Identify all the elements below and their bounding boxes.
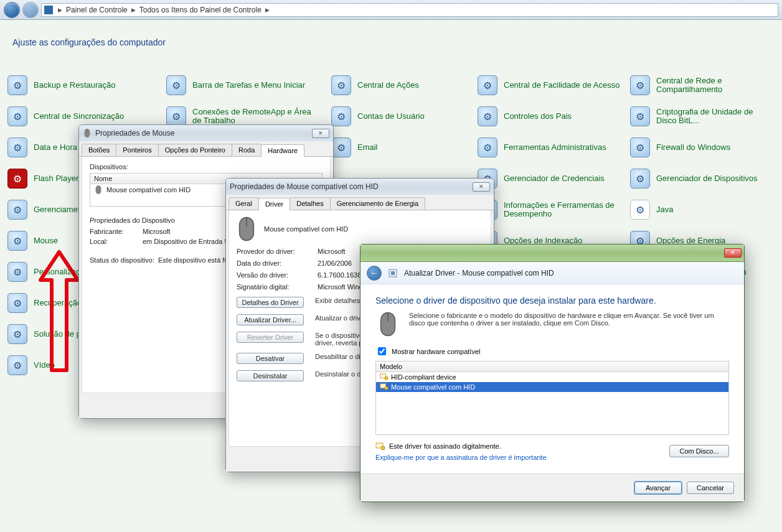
control-panel-item[interactable]: ⚙Email xyxy=(331,137,425,158)
show-compatible-checkbox[interactable] xyxy=(378,347,386,355)
devices-label: Dispositivos: xyxy=(90,163,323,170)
control-panel-item-label: Mouse xyxy=(34,236,58,245)
uninstall-driver-button[interactable]: Desinstalar xyxy=(237,370,304,381)
control-panel-item[interactable]: ⚙Java xyxy=(630,199,775,220)
control-panel-item-label: Firewall do Windows xyxy=(656,143,730,152)
model-name: HID-compliant device xyxy=(391,373,456,381)
control-panel-item-label: Central de Rede e Compartilhamento xyxy=(656,77,775,95)
wizard-intro-text: Selecione o fabricante e o modelo do dis… xyxy=(409,312,729,337)
model-row[interactable]: Mouse compatível com HID xyxy=(376,382,728,392)
tab[interactable]: Botões xyxy=(82,144,116,156)
dialog-titlebar[interactable]: Propriedades de Mouse compatível com HID… xyxy=(226,179,494,195)
explorer-address-bar: ▶ Painel de Controle ▶ Todos os Itens do… xyxy=(0,0,782,20)
tab[interactable]: Gerenciamento de Energia xyxy=(330,197,425,210)
dialog-titlebar[interactable]: ✕ xyxy=(360,245,744,262)
control-panel-item[interactable]: ⚙Firewall do Windows xyxy=(630,137,775,158)
tab[interactable]: Opções do Ponteiro xyxy=(158,144,232,156)
kv-value: 21/06/2006 xyxy=(318,259,352,267)
signed-driver-icon xyxy=(380,373,389,381)
tab[interactable]: Roda xyxy=(232,144,261,156)
tab[interactable]: Ponteiros xyxy=(116,144,158,156)
next-button[interactable]: Avançar xyxy=(634,482,682,494)
control-panel-item[interactable]: ⚙Central de Sincronização xyxy=(7,106,124,127)
wizard-heading: Selecione o driver de dispositivo que de… xyxy=(375,296,729,306)
update-driver-button[interactable]: Atualizar Driver... xyxy=(237,314,304,325)
control-panel-item[interactable]: ⚙Informações e Ferramentas de Desempenho xyxy=(478,199,624,220)
model-list[interactable]: Modelo HID-compliant deviceMouse compatí… xyxy=(375,361,729,435)
control-panel-item[interactable]: ⚙Gerenciador de Credenciais xyxy=(478,168,624,189)
control-panel-item-icon: ⚙ xyxy=(166,75,186,95)
kv-value: em Dispositivo de Entrada USB xyxy=(143,238,238,245)
signed-driver-icon xyxy=(380,383,389,391)
control-panel-item[interactable]: ⚙Barra de Tarefas e Menu Iniciar xyxy=(166,75,313,96)
model-row[interactable]: HID-compliant device xyxy=(376,372,728,382)
chevron-right-icon: ▶ xyxy=(58,7,62,13)
control-panel-item[interactable]: ⚙Central de Rede e Compartilhamento xyxy=(630,75,775,96)
control-panel-item[interactable]: ⚙Ferramentas Administrativas xyxy=(478,137,624,158)
control-panel-item-icon: ⚙ xyxy=(331,106,351,126)
control-panel-item-label: Barra de Tarefas e Menu Iniciar xyxy=(192,81,305,90)
control-panel-item[interactable]: ⚙Central de Ações xyxy=(331,75,425,96)
control-panel-item[interactable]: ⚙Central de Facilidade de Acesso xyxy=(478,75,624,96)
device-name: Mouse compatível com HID xyxy=(106,186,191,194)
control-panel-item[interactable]: ⚙Backup e Restauração xyxy=(7,75,124,96)
column-header[interactable]: Modelo xyxy=(380,363,402,370)
control-panel-item-label: Gerenciador de Credenciais xyxy=(504,174,605,183)
control-panel-item-icon: ⚙ xyxy=(630,75,650,95)
have-disk-button[interactable]: Com Disco... xyxy=(669,445,729,457)
disable-device-button[interactable]: Desativar xyxy=(237,353,304,364)
nav-back-button[interactable]: ← xyxy=(367,266,382,281)
control-panel-item-icon: ⚙ xyxy=(630,138,650,157)
kv-key: Provedor do driver: xyxy=(237,248,318,255)
wizard-icon xyxy=(388,268,398,278)
driver-details-button[interactable]: Detalhes do Driver xyxy=(237,297,304,308)
control-panel-item-icon: ⚙ xyxy=(331,75,351,95)
control-panel-item-label: Controles dos Pais xyxy=(504,112,572,121)
certificate-icon xyxy=(375,441,385,451)
control-panel-item-icon: ⚙ xyxy=(7,324,27,344)
chevron-right-icon: ▶ xyxy=(265,7,270,13)
close-button[interactable]: ✕ xyxy=(312,129,329,138)
control-panel-item[interactable]: ⚙Controles dos Pais xyxy=(478,106,624,127)
cancel-button[interactable]: Cancelar xyxy=(687,482,734,494)
tab[interactable]: Hardware xyxy=(261,144,304,157)
close-button[interactable]: ✕ xyxy=(724,248,742,258)
mouse-icon xyxy=(94,185,103,194)
control-panel-item-label: Java xyxy=(656,205,673,214)
control-panel-item[interactable]: ⚙Gerenciador de Dispositivos xyxy=(630,168,775,189)
breadcrumb[interactable]: Todos os Itens do Painel de Controle xyxy=(139,6,261,14)
mouse-icon xyxy=(237,217,257,241)
control-panel-item[interactable]: ⚙Conexões de RemoteApp e Área de Trabalh… xyxy=(166,106,313,127)
control-panel-item-icon: ⚙ xyxy=(630,169,650,189)
dialog-titlebar[interactable]: Propriedades de Mouse ✕ xyxy=(79,125,333,141)
nav-back-button[interactable] xyxy=(4,2,20,18)
control-panel-item-icon: ⚙ xyxy=(7,262,27,282)
update-driver-wizard: ✕ ← Atualizar Driver - Mouse compatível … xyxy=(360,244,745,502)
address-field[interactable]: ▶ Painel de Controle ▶ Todos os Itens do… xyxy=(41,3,778,17)
control-panel-item-icon: ⚙ xyxy=(331,138,351,157)
why-signing-link[interactable]: Explique-me por que a assinatura de driv… xyxy=(375,454,547,461)
svg-point-7 xyxy=(381,446,385,450)
control-panel-item-icon: ⚙ xyxy=(7,200,27,220)
control-panel-item-label: Email xyxy=(357,143,378,152)
mouse-icon xyxy=(375,312,400,337)
control-panel-item-label: Recuperação xyxy=(34,299,82,307)
control-panel-item[interactable]: ⚙Criptografia de Unidade de Disco BitL..… xyxy=(630,106,775,127)
tab[interactable]: Geral xyxy=(228,197,259,210)
svg-point-3 xyxy=(385,376,388,380)
control-panel-item-label: Data e Hora xyxy=(34,143,77,152)
tab[interactable]: Detalhes xyxy=(290,197,330,210)
mouse-icon xyxy=(83,129,92,138)
control-panel-item-label: Criptografia de Unidade de Disco BitL... xyxy=(656,108,775,126)
breadcrumb[interactable]: Painel de Controle xyxy=(66,6,128,14)
chevron-right-icon: ▶ xyxy=(131,7,136,13)
nav-forward-button[interactable] xyxy=(22,2,39,18)
tab[interactable]: Driver xyxy=(258,198,290,210)
control-panel-item-icon: ⚙ xyxy=(478,138,497,157)
control-panel-item-icon: ⚙ xyxy=(7,75,27,95)
control-panel-item[interactable]: ⚙Contas de Usuário xyxy=(331,106,425,127)
control-panel-item-icon: ⚙ xyxy=(630,106,650,126)
close-button[interactable]: ✕ xyxy=(473,182,490,192)
control-panel-item-icon: ⚙ xyxy=(7,355,27,375)
control-panel-item-icon: ⚙ xyxy=(166,106,186,126)
